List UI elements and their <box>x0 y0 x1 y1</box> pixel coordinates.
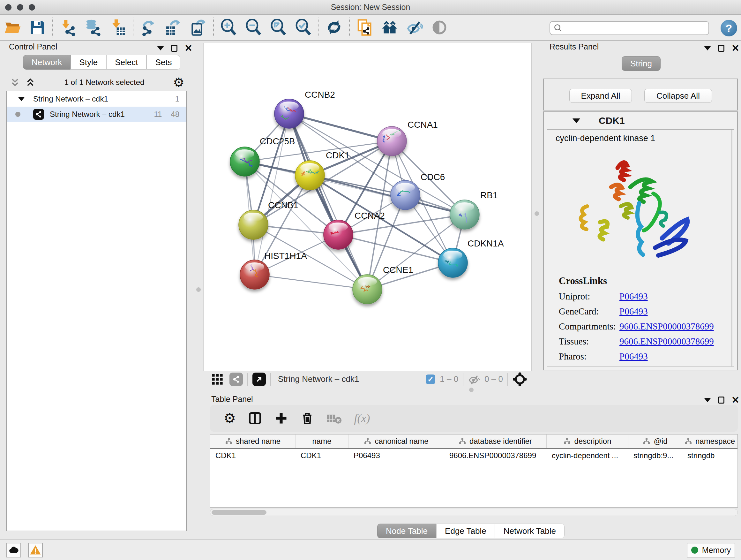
float-panel-icon[interactable] <box>718 396 724 403</box>
export-network-icon[interactable] <box>136 17 161 38</box>
network-canvas[interactable]: CCNB2CCNA1CDC25BCDK1CDC6RB1CCNB1CCNA2CDK… <box>203 43 532 371</box>
status-bar: Memory <box>0 539 741 560</box>
cloud-button[interactable] <box>6 543 21 557</box>
protein-group-header[interactable]: CDK1 <box>544 112 737 129</box>
first-neighbors-icon[interactable] <box>377 17 402 38</box>
tab-style[interactable]: Style <box>71 55 106 70</box>
string-results-section: CDK1 cyclin-dependent kinase 1 <box>543 111 738 370</box>
search-input[interactable] <box>563 23 700 33</box>
table-cell[interactable]: CDK1 <box>295 449 348 462</box>
collapse-all-tree-icon[interactable] <box>25 77 36 88</box>
collapse-panel-icon[interactable] <box>704 398 711 402</box>
column-header-namespace[interactable]: namespace <box>682 435 738 448</box>
gear-icon[interactable]: ⚙ <box>173 76 185 89</box>
crosslink-link[interactable]: P06493 <box>619 351 648 362</box>
delete-table-icon[interactable] <box>327 412 342 425</box>
zoom-out-icon[interactable] <box>241 17 266 38</box>
tab-string[interactable]: String <box>622 56 661 71</box>
collapse-panel-icon[interactable] <box>704 46 711 51</box>
zoom-fit-icon[interactable] <box>266 17 291 38</box>
column-header-shared-name[interactable]: shared name <box>210 435 295 448</box>
export-table-icon[interactable] <box>161 17 186 38</box>
network-collection-row[interactable]: String Network – cdk1 1 <box>7 91 186 107</box>
selected-checkbox[interactable]: ✓ <box>426 374 435 384</box>
table-row[interactable]: CDK1CDK1P064939606.ENSP00000378699cyclin… <box>210 449 738 462</box>
tab-sets[interactable]: Sets <box>146 55 180 70</box>
zoom-selected-icon[interactable] <box>291 17 316 38</box>
window-zoom-button[interactable] <box>29 4 35 10</box>
network-edge[interactable] <box>289 114 392 141</box>
float-panel-icon[interactable] <box>171 45 178 52</box>
zoom-in-icon[interactable] <box>216 17 241 38</box>
string-network-icon <box>33 109 44 120</box>
hide-selected-icon[interactable] <box>402 17 427 38</box>
table-cell[interactable]: 9606.ENSP00000378699 <box>444 449 547 462</box>
memory-button[interactable]: Memory <box>687 543 735 557</box>
results-scrollbar[interactable] <box>731 130 732 367</box>
left-splitter-handle[interactable] <box>196 287 201 292</box>
birds-eye-icon[interactable] <box>427 17 452 38</box>
network-graph[interactable]: CCNB2CCNA1CDC25BCDK1CDC6RB1CCNB1CCNA2CDK… <box>204 43 532 371</box>
function-builder-icon[interactable]: f(x) <box>354 412 370 425</box>
expand-all-button[interactable]: Expand All <box>569 89 632 103</box>
collapse-panel-icon[interactable] <box>157 46 164 51</box>
crosshair-icon[interactable] <box>513 372 527 387</box>
collapse-all-button[interactable]: Collapse All <box>644 89 712 103</box>
table-cell[interactable]: cyclin-dependent ... <box>547 449 628 462</box>
column-header--id[interactable]: @id <box>628 435 682 448</box>
table-cell[interactable]: stringdb <box>682 449 738 462</box>
column-header-database-identifier[interactable]: database identifier <box>444 435 547 448</box>
table-horizontal-scrollbar[interactable] <box>210 509 738 516</box>
network-edge[interactable] <box>255 274 367 289</box>
collapse-section-icon[interactable] <box>572 118 580 123</box>
open-file-icon[interactable] <box>0 17 25 38</box>
network-row[interactable]: String Network – cdk1 11 48 <box>7 107 186 122</box>
add-column-icon[interactable] <box>274 411 288 425</box>
detach-view-icon[interactable] <box>253 373 266 386</box>
import-network-file-icon[interactable] <box>56 17 80 38</box>
table-settings-gear-icon[interactable]: ⚙ <box>223 412 236 425</box>
tab-node-table[interactable]: Node Table <box>377 523 436 538</box>
crosslink-link[interactable]: 9606.ENSP00000378699 <box>619 321 714 332</box>
tab-select[interactable]: Select <box>106 55 146 70</box>
apply-layout-icon[interactable] <box>322 17 347 38</box>
export-image-icon[interactable] <box>186 17 211 38</box>
close-panel-icon[interactable]: ✕ <box>185 45 192 52</box>
save-session-icon[interactable] <box>25 17 50 38</box>
import-network-database-icon[interactable] <box>80 17 105 38</box>
node-label-hist1h1a: HIST1H1A <box>264 251 307 261</box>
column-header-description[interactable]: description <box>547 435 628 448</box>
close-panel-icon[interactable]: ✕ <box>731 396 739 403</box>
close-panel-icon[interactable]: ✕ <box>731 45 739 52</box>
crosslink-link[interactable]: P06493 <box>619 306 648 317</box>
window-close-button[interactable] <box>5 4 11 10</box>
right-splitter-handle[interactable] <box>535 211 539 216</box>
tree-expand-icon[interactable] <box>18 97 25 101</box>
share-view-icon[interactable] <box>229 373 243 386</box>
delete-column-icon[interactable] <box>300 411 314 425</box>
expand-all-tree-icon[interactable] <box>10 77 20 88</box>
bottom-splitter-handle[interactable] <box>469 388 474 392</box>
copy-style-icon[interactable] <box>352 17 377 38</box>
tab-edge-table[interactable]: Edge Table <box>436 523 495 538</box>
import-table-icon[interactable] <box>105 17 130 38</box>
crosslink-link[interactable]: 9606.ENSP00000378699 <box>619 336 714 347</box>
tab-network[interactable]: Network <box>23 55 71 70</box>
scrollbar-thumb[interactable] <box>212 510 266 515</box>
tab-network-table[interactable]: Network Table <box>495 523 564 538</box>
column-header-name[interactable]: name <box>295 435 348 448</box>
table-cell[interactable]: stringdb:9... <box>628 449 682 462</box>
network-view-title: String Network – cdk1 <box>278 374 359 384</box>
grid-view-icon[interactable] <box>211 373 224 386</box>
crosslink-link[interactable]: P06493 <box>619 291 648 302</box>
table-cell[interactable]: P06493 <box>348 449 444 462</box>
table-cell[interactable]: CDK1 <box>210 449 295 462</box>
protein-structure-image <box>569 149 704 273</box>
float-panel-icon[interactable] <box>718 45 724 52</box>
show-columns-icon[interactable] <box>248 411 262 425</box>
column-header-canonical-name[interactable]: canonical name <box>348 435 444 448</box>
window-minimize-button[interactable] <box>17 4 23 10</box>
help-button[interactable]: ? <box>721 20 737 37</box>
warning-button[interactable] <box>28 543 43 557</box>
network-edge[interactable] <box>289 114 367 289</box>
